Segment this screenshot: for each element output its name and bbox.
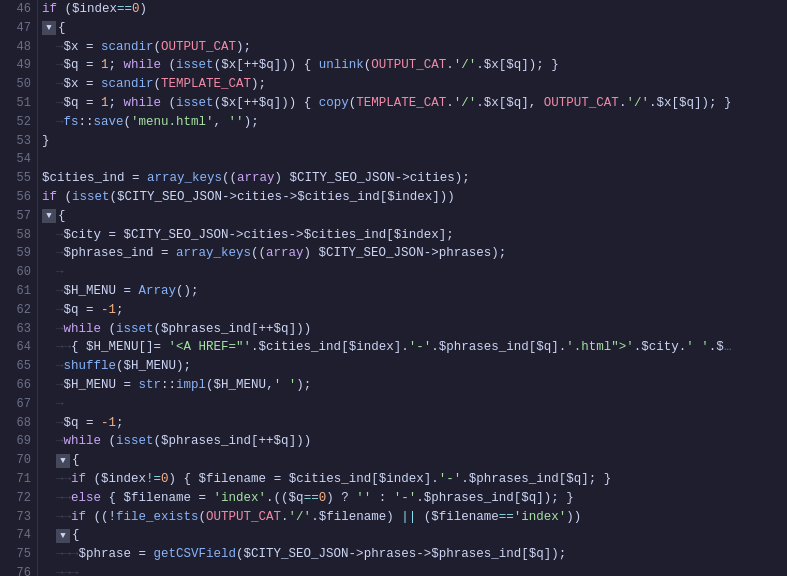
fold-57[interactable]: ▼ — [42, 209, 56, 223]
ln-71: 71 — [0, 470, 31, 489]
ln-61: 61 — [0, 282, 31, 301]
ln-51: 51 — [0, 94, 31, 113]
ln-58: 58 — [0, 226, 31, 245]
ln-67: 67 — [0, 395, 31, 414]
code-line-53: } — [42, 132, 787, 151]
code-line-72: →→else { $filename = 'index'.(($q==0) ? … — [42, 489, 787, 508]
ln-70: 70 — [0, 451, 31, 470]
ln-64: 64 — [0, 338, 31, 357]
code-line-68: →$q = -1; — [42, 414, 787, 433]
ln-54: 54 — [0, 150, 31, 169]
fold-70[interactable]: ▼ — [56, 454, 70, 468]
ln-73: 73 — [0, 508, 31, 527]
code-line-58: →$city = $CITY_SEO_JSON->cities->$cities… — [42, 226, 787, 245]
code-line-59: →$phrases_ind = array_keys((array) $CITY… — [42, 244, 787, 263]
code-line-54 — [42, 150, 787, 169]
code-line-67: → — [42, 395, 787, 414]
ln-74: 74 — [0, 526, 31, 545]
code-line-62: →$q = -1; — [42, 301, 787, 320]
ln-68: 68 — [0, 414, 31, 433]
code-line-46: if ($index==0) — [42, 0, 787, 19]
ln-47: 47 — [0, 19, 31, 38]
code-line-63: →while (isset($phrases_ind[++$q])) — [42, 320, 787, 339]
code-line-61: →$H_MENU = Array(); — [42, 282, 787, 301]
code-line-47: ▼{ — [42, 19, 787, 38]
code-line-70: ▼{ — [42, 451, 787, 470]
ln-59: 59 — [0, 244, 31, 263]
ln-69: 69 — [0, 432, 31, 451]
code-line-56: if (isset($CITY_SEO_JSON->cities->$citie… — [42, 188, 787, 207]
ln-48: 48 — [0, 38, 31, 57]
code-line-74: ▼{ — [42, 526, 787, 545]
ln-57: 57 — [0, 207, 31, 226]
ln-72: 72 — [0, 489, 31, 508]
code-line-57: ▼{ — [42, 207, 787, 226]
ln-52: 52 — [0, 113, 31, 132]
ln-76: 76 — [0, 564, 31, 576]
fold-47[interactable]: ▼ — [42, 21, 56, 35]
ln-60: 60 — [0, 263, 31, 282]
ln-62: 62 — [0, 301, 31, 320]
ln-55: 55 — [0, 169, 31, 188]
code-line-60: → — [42, 263, 787, 282]
ln-66: 66 — [0, 376, 31, 395]
line-numbers: 46 47 48 49 50 51 52 53 54 55 56 57 58 5… — [0, 0, 38, 576]
code-content: if ($index==0) ▼{ →$x = scandir(OUTPUT_C… — [38, 0, 787, 576]
code-line-64: →→{ $H_MENU[]= '<A HREF="'.$cities_ind[$… — [42, 338, 787, 357]
code-line-55: $cities_ind = array_keys((array) $CITY_S… — [42, 169, 787, 188]
code-line-50: →$x = scandir(TEMPLATE_CAT); — [42, 75, 787, 94]
code-line-73: →→if ((!file_exists(OUTPUT_CAT.'/'.$file… — [42, 508, 787, 527]
code-line-76: →→→ — [42, 564, 787, 576]
ln-50: 50 — [0, 75, 31, 94]
fold-74[interactable]: ▼ — [56, 529, 70, 543]
ln-63: 63 — [0, 320, 31, 339]
ln-75: 75 — [0, 545, 31, 564]
code-line-69: →while (isset($phrases_ind[++$q])) — [42, 432, 787, 451]
code-editor: 46 47 48 49 50 51 52 53 54 55 56 57 58 5… — [0, 0, 787, 576]
ln-53: 53 — [0, 132, 31, 151]
ln-65: 65 — [0, 357, 31, 376]
code-line-49: →$q = 1; while (isset($x[++$q])) { unlin… — [42, 56, 787, 75]
code-line-52: →fs::save('menu.html', ''); — [42, 113, 787, 132]
ln-56: 56 — [0, 188, 31, 207]
ln-49: 49 — [0, 56, 31, 75]
code-line-51: →$q = 1; while (isset($x[++$q])) { copy(… — [42, 94, 787, 113]
code-line-48: →$x = scandir(OUTPUT_CAT); — [42, 38, 787, 57]
code-line-75: →→→$phrase = getCSVField($CITY_SEO_JSON-… — [42, 545, 787, 564]
code-line-71: →→if ($index!=0) { $filename = $cities_i… — [42, 470, 787, 489]
code-line-65: →shuffle($H_MENU); — [42, 357, 787, 376]
code-line-66: →$H_MENU = str::impl($H_MENU,' '); — [42, 376, 787, 395]
ln-46: 46 — [0, 0, 31, 19]
